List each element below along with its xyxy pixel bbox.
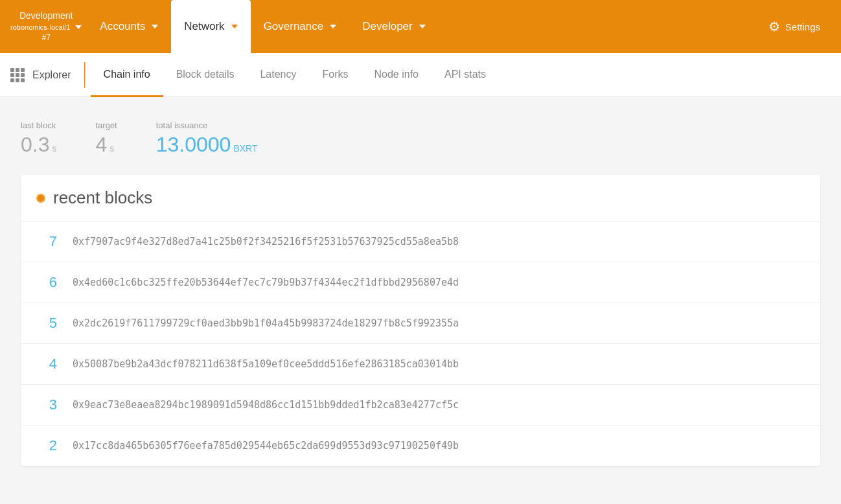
total-issuance-value: 13.0000BXRT — [156, 133, 258, 157]
blocks-title: recent blocks — [53, 188, 152, 208]
table-row[interactable]: 7 0xf7907ac9f4e327d8ed7a41c25b0f2f342521… — [21, 222, 820, 262]
explorer-link[interactable]: Explorer — [10, 68, 71, 82]
table-row[interactable]: 4 0x50087be9b2a43dcf078211d638f5a109ef0c… — [21, 344, 820, 385]
total-issuance-label: total issuance — [156, 120, 258, 130]
stat-total-issuance: total issuance 13.0000BXRT — [156, 120, 258, 157]
block-hash: 0x4ed60c1c6bc325ffe20b53644ef7ec7c79b9b3… — [73, 277, 459, 288]
stats-row: last block 0.3s target 4s total issuance… — [21, 113, 820, 175]
brand-dropdown-arrow — [75, 25, 82, 29]
stat-last-block: last block 0.3s — [21, 120, 56, 157]
nav-developer[interactable]: Developer — [349, 0, 439, 53]
blocks-list: 7 0xf7907ac9f4e327d8ed7a41c25b0f2f342521… — [21, 222, 820, 466]
target-value: 4s — [95, 133, 117, 157]
tab-node-info[interactable]: Node info — [362, 53, 432, 97]
nav-accounts[interactable]: Accounts — [87, 0, 171, 53]
tab-chain-info[interactable]: Chain info — [91, 53, 163, 97]
recent-blocks-card: recent blocks 7 0xf7907ac9f4e327d8ed7a41… — [21, 175, 820, 466]
block-hash: 0x50087be9b2a43dcf078211d638f5a109ef0cee… — [73, 358, 459, 370]
last-block-value: 0.3s — [21, 133, 56, 157]
tab-api-stats[interactable]: API stats — [432, 53, 499, 97]
subnav-divider — [84, 62, 86, 88]
accounts-dropdown-arrow — [152, 25, 158, 29]
block-hash: 0x17cc8da465b6305f76eefa785d029544eb65c2… — [73, 440, 459, 452]
subnav: Explorer Chain info Block details Latenc… — [0, 53, 841, 97]
brand-title: Development — [19, 10, 73, 23]
grid-icon — [10, 68, 25, 82]
navbar: Development robonomics-local/1 #7 Accoun… — [0, 0, 841, 53]
stat-target: target 4s — [95, 120, 117, 157]
target-label: target — [95, 120, 117, 130]
block-number: 7 — [36, 233, 57, 250]
blocks-header: recent blocks — [21, 175, 820, 222]
nav-network[interactable]: Network — [171, 0, 250, 53]
block-number: 6 — [36, 274, 57, 291]
tab-block-details[interactable]: Block details — [163, 53, 248, 97]
last-block-label: last block — [21, 120, 56, 130]
settings-button[interactable]: ⚙ Settings — [758, 19, 831, 34]
developer-dropdown-arrow — [419, 25, 426, 29]
governance-dropdown-arrow — [330, 25, 336, 29]
nav-governance[interactable]: Governance — [251, 0, 350, 53]
table-row[interactable]: 3 0x9eac73e8eaea8294bc1989091d5948d86cc1… — [21, 385, 820, 426]
table-row[interactable]: 6 0x4ed60c1c6bc325ffe20b53644ef7ec7c79b9… — [21, 262, 820, 303]
brand[interactable]: Development robonomics-local/1 #7 — [10, 10, 82, 43]
network-dropdown-arrow — [231, 25, 238, 29]
table-row[interactable]: 2 0x17cc8da465b6305f76eefa785d029544eb65… — [21, 426, 820, 466]
table-row[interactable]: 5 0x2dc2619f7611799729cf0aed3bb9b1f04a45… — [21, 303, 820, 344]
gear-icon: ⚙ — [768, 19, 780, 34]
block-hash: 0xf7907ac9f4e327d8ed7a41c25b0f2f3425216f… — [73, 236, 459, 247]
block-hash: 0x2dc2619f7611799729cf0aed3bb9b1f04a45b9… — [73, 317, 459, 329]
block-number: 4 — [36, 356, 57, 372]
block-number: 3 — [36, 396, 57, 413]
pulse-dot — [36, 194, 45, 203]
block-number: 5 — [36, 315, 57, 332]
brand-id: #7 — [41, 32, 50, 43]
main-content: last block 0.3s target 4s total issuance… — [0, 97, 841, 499]
brand-subtitle: robonomics-local/1 — [10, 23, 82, 32]
tab-latency[interactable]: Latency — [247, 53, 309, 97]
block-hash: 0x9eac73e8eaea8294bc1989091d5948d86cc1d1… — [73, 399, 459, 411]
block-number: 2 — [36, 437, 57, 454]
tab-forks[interactable]: Forks — [310, 53, 362, 97]
